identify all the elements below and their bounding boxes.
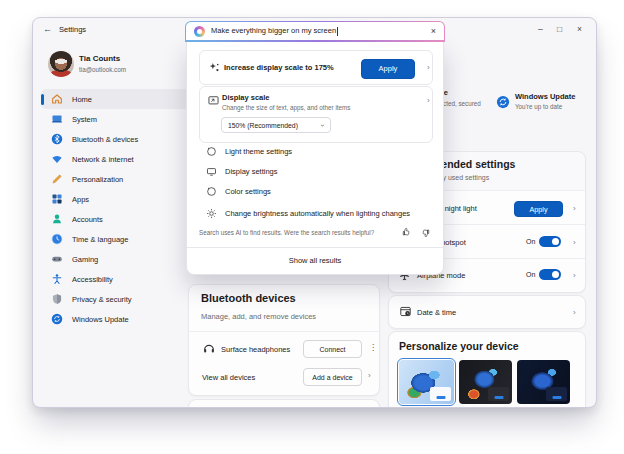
sidebar-item-accessibility[interactable]: Accessibility (41, 269, 189, 289)
sidebar-item-accounts[interactable]: Accounts (41, 209, 189, 229)
personalization-icon (51, 173, 63, 185)
add-device-label: Add a device (312, 374, 352, 381)
bluetooth-icon (51, 133, 63, 145)
maximize-button[interactable]: □ (557, 24, 562, 34)
ai-sparkle-icon (208, 61, 221, 74)
view-all-devices-link[interactable]: View all devices (202, 373, 255, 382)
close-button[interactable]: × (577, 24, 582, 34)
windows-update-status-subtitle: You're up to date (515, 103, 562, 110)
theme-preview-window (430, 387, 451, 401)
windows-update-icon (51, 313, 63, 325)
sidebar-item-bluetooth[interactable]: Bluetooth & devices (41, 129, 189, 149)
thumbs-up-icon[interactable] (401, 226, 413, 238)
copilot-search-icon (194, 26, 205, 37)
app-title: Settings (59, 25, 86, 34)
theme-thumbnail-light[interactable] (399, 360, 454, 404)
chevron-right-icon: › (573, 308, 576, 317)
add-device-button[interactable]: Add a device (303, 368, 362, 386)
sidebar-item-system[interactable]: System (41, 109, 189, 129)
night-light-apply-button[interactable]: Apply (514, 201, 563, 217)
chevron-down-icon: › (318, 124, 327, 127)
sun-icon (206, 208, 217, 219)
time-language-icon (51, 233, 63, 245)
bluetooth-devices-subtitle: Manage, add, and remove devices (201, 312, 316, 321)
partial-card (188, 399, 380, 408)
search-close-icon[interactable]: × (431, 26, 436, 36)
sidebar-item-label: Windows Update (72, 315, 129, 324)
minimize-button[interactable]: – (538, 24, 543, 34)
search-link-light-theme[interactable]: Light theme settings (199, 141, 438, 161)
scale-dropdown-value: 150% (Recommended) (228, 122, 298, 129)
personalize-title: Personalize your device (399, 340, 519, 352)
more-options-icon[interactable]: ⋮ (369, 343, 377, 352)
theme-thumbnail-blue[interactable] (517, 360, 570, 404)
display-scale-title: Display scale (222, 93, 270, 102)
device-name: Surface headphones (221, 345, 290, 354)
display-scale-icon (207, 94, 220, 107)
search-feedback-text: Search uses AI to find results. Were the… (199, 229, 394, 236)
search-link-label: Light theme settings (225, 147, 292, 156)
system-icon (51, 113, 63, 125)
bluetooth-devices-title: Bluetooth devices (201, 292, 296, 304)
apply-label: Apply (530, 205, 548, 214)
show-all-results-button[interactable]: Show all results (187, 248, 443, 273)
sidebar-item-home[interactable]: Home (41, 89, 189, 109)
airplane-toggle[interactable] (539, 269, 561, 280)
search-query-text: Make everything bigger on my screen (211, 26, 336, 35)
sidebar-item-label: Home (72, 95, 92, 104)
monitor-icon (206, 166, 217, 177)
sidebar-item-apps[interactable]: Apps (41, 189, 189, 209)
chevron-right-icon: › (368, 371, 371, 380)
sidebar-item-label: Personalization (72, 175, 123, 184)
sidebar-item-label: System (72, 115, 97, 124)
top-result-row[interactable]: Increase display scale to 175% Apply › (199, 50, 433, 85)
date-time-label: Date & time (417, 308, 456, 317)
thumbs-down-icon[interactable] (419, 227, 431, 239)
search-link-color-settings[interactable]: Color settings (199, 181, 438, 201)
windows-update-status-icon (496, 95, 510, 109)
scale-dropdown[interactable]: 150% (Recommended) › (221, 117, 331, 133)
sidebar-item-privacy[interactable]: Privacy & security (41, 289, 189, 309)
bluetooth-devices-card: Bluetooth devices Manage, add, and remov… (188, 284, 380, 396)
connect-button[interactable]: Connect (303, 340, 362, 358)
search-link-display-settings[interactable]: Display settings (199, 161, 438, 181)
search-link-brightness[interactable]: Change brightness automatically when lig… (199, 203, 438, 223)
sidebar-item-time-language[interactable]: Time & language (41, 229, 189, 249)
date-time-card[interactable]: Date & time › (388, 295, 586, 329)
theme-preview-window (546, 387, 567, 401)
search-link-label: Color settings (225, 187, 271, 196)
user-name: Tia Counts (79, 54, 120, 63)
divider (189, 331, 379, 332)
theme-preview-window (488, 387, 509, 401)
sidebar-nav: Home System Bluetooth & devices Network … (41, 89, 189, 329)
search-input[interactable]: Make everything bigger on my screen (211, 26, 425, 36)
sidebar-item-personalization[interactable]: Personalization (41, 169, 189, 189)
search-box[interactable]: Make everything bigger on my screen × (185, 21, 445, 42)
sidebar-item-gaming[interactable]: Gaming (41, 249, 189, 269)
sidebar-item-network[interactable]: Network & internet (41, 149, 189, 169)
chevron-right-icon: › (573, 271, 576, 280)
chevron-right-icon: › (573, 238, 576, 247)
sidebar-item-label: Apps (72, 195, 89, 204)
headphones-icon (202, 341, 216, 355)
top-result-label: Increase display scale to 175% (224, 63, 334, 72)
apply-label: Apply (379, 64, 398, 73)
chevron-right-icon: › (427, 96, 430, 105)
search-link-label: Display settings (225, 167, 278, 176)
sidebar-item-label: Accounts (72, 215, 103, 224)
windows-update-status-title: Windows Update (515, 92, 575, 101)
gaming-icon (51, 253, 63, 265)
sidebar-item-windows-update[interactable]: Windows Update (41, 309, 189, 329)
display-scale-row[interactable]: Display scale Change the size of text, a… (199, 86, 433, 143)
chevron-right-icon: › (573, 204, 576, 213)
avatar[interactable] (48, 51, 74, 77)
connect-label: Connect (319, 346, 345, 353)
display-scale-subtitle: Change the size of text, apps, and other… (222, 104, 350, 111)
privacy-icon (51, 293, 63, 305)
hotspot-toggle[interactable] (539, 236, 561, 247)
top-result-apply-button[interactable]: Apply (361, 59, 415, 79)
back-icon[interactable]: ← (43, 24, 52, 34)
sidebar-item-label: Time & language (72, 235, 128, 244)
theme-thumbnail-dark[interactable] (459, 360, 512, 404)
hotspot-toggle-state: On (526, 238, 535, 245)
